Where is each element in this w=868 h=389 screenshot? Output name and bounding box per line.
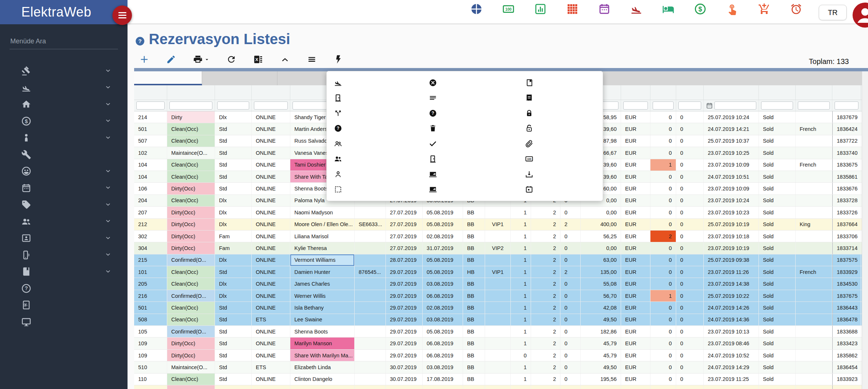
table-row[interactable]: 216Confirmed(O...DlxONLINEWerner Willis2… (134, 290, 862, 302)
menu-item-2-4[interactable] (523, 136, 600, 151)
filter-input-oda_no[interactable] (136, 101, 165, 110)
filter-input-oda_tipi[interactable] (217, 101, 249, 110)
menu-item-0-6[interactable] (332, 167, 427, 182)
column-header-yatak[interactable] (796, 85, 832, 100)
column-header-doviz[interactable] (621, 85, 650, 100)
menu-item-2-7[interactable] (523, 182, 600, 197)
filter-input-rezid[interactable] (835, 101, 858, 110)
menu-item-0-7[interactable] (332, 182, 427, 197)
table-row[interactable]: 508Clean(Occ)StdETSLee Swaine29.07.20190… (134, 314, 862, 326)
column-header-acenta[interactable] (252, 85, 290, 100)
menu-item-0-4[interactable] (332, 136, 427, 151)
language-button[interactable]: TR (819, 5, 847, 20)
column-header-oda_tipi[interactable] (215, 85, 252, 100)
topbar-item-1[interactable]: 100 (492, 0, 524, 24)
help-icon[interactable]: ? (135, 36, 145, 46)
sidebar-item-8[interactable] (0, 196, 128, 213)
topbar-item-6[interactable] (652, 0, 684, 24)
sidebar-item-0[interactable] (0, 63, 128, 79)
sidebar-item-11[interactable] (0, 247, 128, 264)
menu-item-0-2[interactable] (332, 106, 427, 121)
menu-item-1-4[interactable] (427, 136, 523, 151)
column-header-odeyen[interactable] (676, 85, 704, 100)
menu-item-1-7[interactable] (427, 182, 523, 197)
menu-item-2-5[interactable]: 100 (523, 151, 600, 167)
sidebar-item-14[interactable] (0, 297, 128, 314)
sidebar-item-1[interactable] (0, 79, 128, 96)
table-row[interactable]: 304Dirty(Occ)FamONLINEKylie Theresa27.07… (134, 242, 862, 254)
account-button[interactable] (853, 3, 868, 28)
column-header-kayit[interactable] (704, 85, 759, 100)
column-header-oda_no[interactable] (134, 85, 167, 100)
column-header-konaklama[interactable] (759, 85, 796, 100)
table-row[interactable]: 110Clean(Occ)StdONLINEClinton Dangelo30.… (134, 374, 862, 385)
sidebar-item-12[interactable] (0, 263, 128, 280)
filter-input-acenta[interactable] (254, 101, 288, 110)
table-row[interactable]: 215Confirmed(O...DlxONLINEVermont Willia… (134, 254, 862, 266)
filter-input-doviz[interactable] (623, 101, 648, 110)
collapse-button[interactable] (280, 54, 290, 64)
sidebar-item-2[interactable] (0, 96, 128, 113)
sidebar-item-7[interactable] (0, 180, 128, 197)
filter-input-takip[interactable] (653, 101, 674, 110)
table-row[interactable]: 207Dirty(Occ)DlxONLINENaomi Madyson27.07… (134, 207, 862, 218)
list-menu-button[interactable] (307, 54, 317, 64)
table-row[interactable]: 212Dirty(Occ)DlxONLINEMoore Olen / Ellen… (134, 219, 862, 231)
sidebar-item-13[interactable]: ? (0, 280, 128, 297)
topbar-item-3[interactable] (556, 0, 588, 24)
menu-toggle-button[interactable] (112, 6, 132, 25)
menu-item-1-3[interactable] (427, 121, 523, 136)
quick-actions-button[interactable] (334, 54, 344, 64)
topbar-item-4[interactable] (588, 0, 620, 24)
topbar-item-5[interactable] (620, 0, 652, 24)
filter-input-yatak[interactable] (798, 101, 830, 110)
sidebar-item-9[interactable] (0, 213, 128, 230)
menu-item-0-1[interactable] (332, 90, 427, 106)
menu-item-0-3[interactable]: ? (332, 121, 427, 136)
topbar-item-10[interactable] (780, 0, 812, 24)
table-row[interactable]: 510Maintaince(O...StdETSElizabeth Linda3… (134, 361, 862, 373)
menu-item-1-1[interactable] (427, 90, 523, 106)
edit-button[interactable] (166, 54, 176, 64)
table-row[interactable] (134, 385, 862, 389)
table-row[interactable]: 101Clean(Occ)StdONLINEDamien Hunter87654… (134, 266, 862, 278)
tab-1[interactable] (202, 71, 277, 85)
topbar-item-9[interactable] (748, 0, 780, 24)
table-row[interactable]: 109Dirty(Occ)StdONLINEMarilyn Manson29.0… (134, 338, 862, 349)
filter-input-durum[interactable] (169, 101, 212, 110)
filter-input-kayit[interactable] (714, 101, 756, 110)
topbar-item-7[interactable]: $ (684, 0, 716, 24)
column-header-takip[interactable] (650, 85, 676, 100)
table-row[interactable]: 302Dirty(Occ)FamONLINELiliana Marisol27.… (134, 231, 862, 242)
sidebar-item-5[interactable] (0, 146, 128, 163)
sidebar-item-15[interactable] (0, 314, 128, 331)
add-button[interactable] (139, 54, 149, 64)
tab-0[interactable] (134, 71, 202, 85)
menu-item-2-2[interactable] (523, 106, 600, 121)
menu-item-1-5[interactable] (427, 151, 523, 167)
column-header-rezid[interactable] (832, 85, 861, 100)
table-row[interactable]: 105Confirmed(O...StdONLINEShenna Boots29… (134, 326, 862, 338)
topbar-item-8[interactable] (716, 0, 748, 24)
menu-item-2-1[interactable] (523, 90, 600, 106)
vertical-scrollbar[interactable] (862, 71, 868, 389)
print-button[interactable] (193, 54, 209, 64)
sidebar-item-3[interactable]: $ (0, 113, 128, 130)
menu-item-2-3[interactable] (523, 121, 600, 136)
menu-item-1-0[interactable] (427, 75, 523, 90)
table-row[interactable]: 109Dirty(Occ)StdONLINEShare With Marilyn… (134, 350, 862, 361)
sidebar-item-10[interactable] (0, 230, 128, 247)
menu-item-2-0[interactable] (523, 75, 600, 90)
filter-input-odeyen[interactable] (678, 101, 701, 110)
table-row[interactable]: 205Clean(Occ)DlxONLINEJames Charles29.07… (134, 278, 862, 290)
refresh-button[interactable] (226, 54, 236, 64)
column-header-durum[interactable] (167, 85, 215, 100)
table-row[interactable]: 501Clean(Occ)StdONLINEIsla Bethany29.07.… (134, 302, 862, 314)
filter-input-konaklama[interactable] (761, 101, 793, 110)
topbar-item-2[interactable] (524, 0, 556, 24)
menu-item-0-5[interactable] (332, 151, 427, 167)
export-excel-button[interactable]: X (253, 54, 263, 64)
menu-search-input[interactable] (10, 35, 118, 49)
menu-item-1-2[interactable]: ? (427, 106, 523, 121)
sidebar-item-4[interactable] (0, 129, 128, 146)
